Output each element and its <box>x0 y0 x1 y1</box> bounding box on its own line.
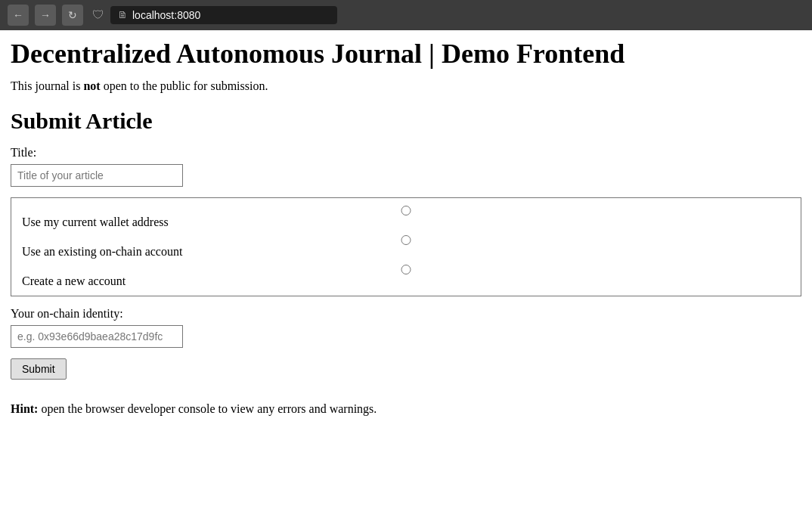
radio-wallet-label[interactable]: Use my current wallet address <box>22 215 790 229</box>
radio-existing-label[interactable]: Use an existing on-chain account <box>22 245 790 259</box>
radio-new-label[interactable]: Create a new account <box>22 274 790 288</box>
page-content: Decentralized Autonomous Journal | Demo … <box>0 30 812 423</box>
forward-button[interactable]: → <box>35 5 56 26</box>
submit-article-heading: Submit Article <box>11 108 801 134</box>
browser-chrome: ← → ↻ 🛡 🗎 localhost:8080 <box>0 0 812 30</box>
reload-button[interactable]: ↻ <box>62 5 83 26</box>
journal-notice: This journal is not open to the public f… <box>11 79 801 93</box>
submit-button[interactable]: Submit <box>11 358 67 380</box>
article-title-input[interactable] <box>11 164 183 187</box>
identity-label: Your on-chain identity: <box>11 307 801 321</box>
hint-bold: Hint: <box>11 402 38 415</box>
radio-existing-input[interactable] <box>22 235 790 245</box>
identity-radio-group: Use my current wallet address Use an exi… <box>11 197 801 296</box>
radio-new-input[interactable] <box>22 265 790 274</box>
page-title: Decentralized Autonomous Journal | Demo … <box>11 38 801 70</box>
url-text: localhost:8080 <box>132 9 200 21</box>
notice-suffix: open to the public for submission. <box>101 79 268 92</box>
radio-option-existing: Use an existing on-chain account <box>22 235 790 259</box>
hint-paragraph: Hint: open the browser developer console… <box>11 402 801 416</box>
title-label: Title: <box>11 146 801 160</box>
radio-wallet-input[interactable] <box>22 206 790 215</box>
page-icon: 🗎 <box>118 9 128 21</box>
radio-option-new: Create a new account <box>22 265 790 288</box>
notice-prefix: This journal is <box>11 79 83 92</box>
address-bar[interactable]: 🗎 localhost:8080 <box>110 6 337 24</box>
radio-option-wallet: Use my current wallet address <box>22 206 790 229</box>
identity-input[interactable] <box>11 325 183 348</box>
notice-bold: not <box>83 79 100 92</box>
security-icon: 🛡 <box>92 8 104 22</box>
hint-text: open the browser developer console to vi… <box>38 402 377 415</box>
back-button[interactable]: ← <box>8 5 29 26</box>
